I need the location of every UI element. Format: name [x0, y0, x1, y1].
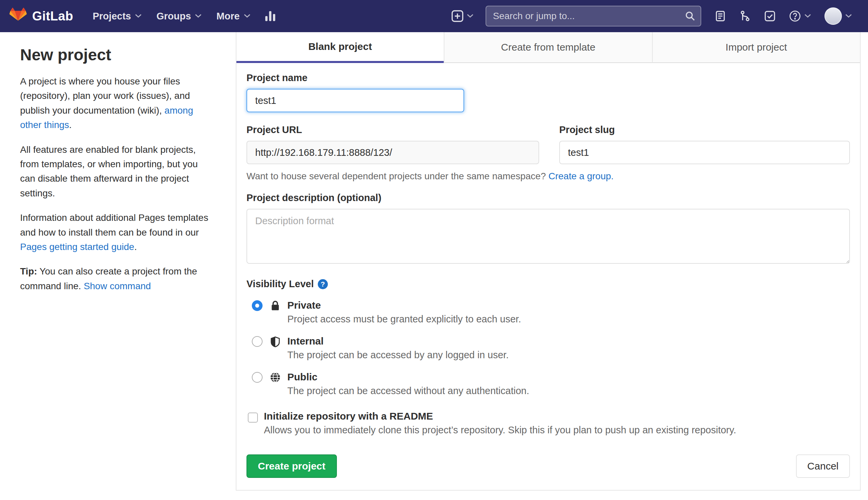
- help-menu-button[interactable]: [782, 0, 818, 32]
- public-option-text: Public The project can be accessed witho…: [287, 371, 529, 396]
- readme-label[interactable]: Initialize repository with a README: [264, 410, 736, 422]
- internal-radio[interactable]: [252, 336, 262, 347]
- project-url-field: Project URL: [246, 124, 539, 164]
- private-radio[interactable]: [252, 300, 262, 311]
- chevron-down-icon: [195, 14, 202, 19]
- intro-suffix: .: [69, 120, 72, 130]
- internal-option-desc: The project can be accessed by any logge…: [287, 350, 509, 361]
- issues-button[interactable]: [708, 0, 733, 32]
- new-menu-button[interactable]: [445, 0, 480, 32]
- tip-label: Tip:: [20, 266, 37, 276]
- visibility-option-public: Public The project can be accessed witho…: [252, 371, 850, 396]
- visibility-option-internal: Internal The project can be accessed by …: [252, 335, 850, 361]
- analytics-button[interactable]: [258, 0, 283, 32]
- page-title: New project: [20, 46, 209, 64]
- pages-guide-link[interactable]: Pages getting started guide: [20, 242, 134, 252]
- nav-projects-label: Projects: [93, 11, 131, 22]
- lock-icon: [269, 300, 281, 312]
- gitlab-home-link[interactable]: GitLab: [9, 8, 73, 24]
- internal-option-text: Internal The project can be accessed by …: [287, 335, 509, 361]
- project-type-tabs: Blank project Create from template Impor…: [236, 32, 860, 63]
- chevron-down-icon: [244, 14, 250, 19]
- url-slug-row: Project URL Project slug: [246, 124, 850, 164]
- nav-projects[interactable]: Projects: [85, 0, 149, 32]
- visibility-help-icon[interactable]: ?: [318, 279, 328, 289]
- intro-paragraph: A project is where you house your files …: [20, 74, 209, 132]
- user-menu-button[interactable]: [818, 0, 859, 32]
- nav-more[interactable]: More: [209, 0, 258, 32]
- brand-name: GitLab: [32, 9, 73, 23]
- private-option-desc: Project access must be granted explicitl…: [287, 314, 521, 325]
- tip-paragraph: Tip: You can also create a project from …: [20, 264, 209, 293]
- project-slug-input[interactable]: [559, 141, 850, 164]
- namespace-hint-text: Want to house several dependent projects…: [246, 171, 549, 181]
- project-name-label: Project name: [246, 72, 850, 83]
- internal-option-label[interactable]: Internal: [287, 335, 509, 348]
- visibility-level-label: Visibility Level: [246, 279, 314, 289]
- readme-checkbox[interactable]: [248, 412, 258, 423]
- plus-square-icon: [451, 10, 464, 22]
- search-input[interactable]: [485, 6, 701, 26]
- check-square-icon: [764, 10, 776, 22]
- show-command-link[interactable]: Show command: [84, 281, 151, 291]
- nav-groups-label: Groups: [156, 11, 191, 22]
- navbar-left: GitLab Projects Groups More: [9, 0, 283, 32]
- private-option-text: Private Project access must be granted e…: [287, 299, 521, 325]
- gitlab-tanuki-icon: [9, 8, 27, 24]
- chevron-down-icon: [467, 14, 473, 19]
- page: GitLab Projects Groups More: [0, 0, 868, 500]
- visibility-level-row: Visibility Level ?: [246, 279, 850, 289]
- project-name-input[interactable]: [246, 89, 464, 112]
- issues-list-icon: [715, 10, 726, 22]
- features-paragraph: All features are enabled for blank proje…: [20, 143, 209, 201]
- search-icon: [685, 11, 695, 21]
- global-search: [485, 6, 701, 26]
- chevron-down-icon: [135, 14, 142, 19]
- navbar-right: [445, 0, 859, 32]
- create-a-group-link[interactable]: Create a group.: [549, 171, 614, 181]
- nav-groups[interactable]: Groups: [149, 0, 209, 32]
- visibility-option-private: Private Project access must be granted e…: [252, 299, 850, 325]
- project-slug-label: Project slug: [559, 124, 850, 135]
- tab-create-from-template[interactable]: Create from template: [444, 32, 652, 63]
- form-actions: Create project Cancel: [246, 454, 850, 478]
- create-project-button[interactable]: Create project: [246, 454, 337, 478]
- public-radio[interactable]: [252, 372, 262, 383]
- top-navbar: GitLab Projects Groups More: [0, 0, 868, 32]
- readme-option: Initialize repository with a README Allo…: [248, 410, 850, 436]
- nav-more-label: More: [216, 11, 239, 22]
- readme-desc: Allows you to immediately clone this pro…: [264, 424, 736, 436]
- new-project-form: Project name Project URL Project slug Wa…: [236, 63, 860, 490]
- bar-chart-icon: [265, 10, 276, 22]
- readme-text: Initialize repository with a README Allo…: [264, 410, 736, 436]
- user-avatar: [824, 7, 842, 25]
- project-description-label: Project description (optional): [246, 192, 850, 203]
- git-merge-icon: [739, 10, 751, 22]
- globe-icon: [269, 372, 281, 383]
- tab-blank-project[interactable]: Blank project: [236, 32, 444, 63]
- new-project-sidebar: New project A project is where you house…: [0, 32, 236, 303]
- help-question-icon: [789, 10, 801, 22]
- merge-requests-button[interactable]: [733, 0, 758, 32]
- chevron-down-icon: [805, 14, 811, 19]
- public-option-label[interactable]: Public: [287, 371, 529, 383]
- project-url-input[interactable]: [246, 141, 539, 164]
- page-content: New project A project is where you house…: [0, 32, 868, 491]
- pages-paragraph: Information about additional Pages templ…: [20, 211, 209, 254]
- chevron-down-icon: [845, 14, 852, 19]
- cancel-button[interactable]: Cancel: [796, 454, 850, 478]
- project-url-label: Project URL: [246, 124, 539, 135]
- shield-icon: [269, 336, 281, 348]
- project-slug-field: Project slug: [559, 124, 850, 164]
- project-description-textarea[interactable]: [246, 209, 850, 264]
- private-option-label[interactable]: Private: [287, 299, 521, 312]
- namespace-hint: Want to house several dependent projects…: [246, 171, 850, 182]
- pages-suffix: .: [134, 242, 137, 252]
- pages-text: Information about additional Pages templ…: [20, 213, 208, 237]
- public-option-desc: The project can be accessed without any …: [287, 385, 529, 396]
- todos-button[interactable]: [758, 0, 782, 32]
- tab-import-project[interactable]: Import project: [652, 32, 860, 63]
- new-project-panel: Blank project Create from template Impor…: [236, 32, 861, 491]
